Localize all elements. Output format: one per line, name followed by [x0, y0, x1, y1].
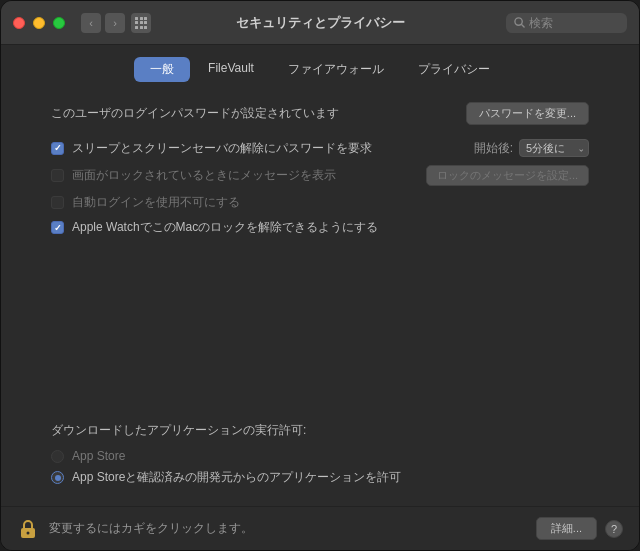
option-auto-login: 自動ログインを使用不可にする — [51, 194, 589, 211]
statusbar: 変更するにはカギをクリックします。 詳細... ? — [1, 506, 639, 550]
checkbox-auto-login[interactable] — [51, 196, 64, 209]
download-section: ダウンロードしたアプリケーションの実行許可: App Store App Sto… — [41, 422, 599, 492]
label-appstore-only: App Store — [72, 449, 125, 463]
svg-point-3 — [27, 531, 30, 534]
nav-buttons: ‹ › — [81, 13, 125, 33]
after-label: 開始後: — [474, 140, 513, 157]
set-lock-message-button[interactable]: ロックのメッセージを設定... — [426, 165, 589, 186]
radio-app-store-only: App Store — [51, 449, 589, 463]
lock-message-controls: ロックのメッセージを設定... — [426, 165, 589, 186]
radio-appstore-devs[interactable] — [51, 471, 64, 484]
svg-point-0 — [515, 18, 522, 25]
tab-firewall[interactable]: ファイアウォール — [272, 57, 400, 82]
login-password-section: このユーザのログインパスワードが設定されています パスワードを変更... — [41, 102, 599, 125]
label-auto-login: 自動ログインを使用不可にする — [72, 194, 240, 211]
grid-icon — [135, 17, 147, 29]
svg-line-1 — [522, 25, 524, 27]
search-icon — [514, 17, 525, 28]
detail-button[interactable]: 詳細... — [536, 517, 597, 540]
download-title: ダウンロードしたアプリケーションの実行許可: — [51, 422, 589, 439]
help-button[interactable]: ? — [605, 520, 623, 538]
minimize-button[interactable] — [33, 17, 45, 29]
label-apple-watch: Apple WatchでこのMacのロックを解除できるようにする — [72, 219, 378, 236]
select-wrapper[interactable]: 5分後に すぐに 1分後に 2分後に 15分後に — [519, 139, 589, 157]
titlebar: ‹ › セキュリティとプライバシー — [1, 1, 639, 45]
search-input[interactable] — [529, 16, 619, 30]
divider — [41, 236, 599, 422]
label-lock-message: 画面がロックされているときにメッセージを表示 — [72, 167, 336, 184]
login-password-label: このユーザのログインパスワードが設定されています — [51, 105, 339, 122]
sleep-time-select[interactable]: 5分後に すぐに 1分後に 2分後に 15分後に — [519, 139, 589, 157]
checkbox-lock-message[interactable] — [51, 169, 64, 182]
option-apple-watch: Apple WatchでこのMacのロックを解除できるようにする — [51, 219, 589, 236]
tabs-bar: 一般 FileVault ファイアウォール プライバシー — [1, 45, 639, 92]
close-button[interactable] — [13, 17, 25, 29]
content-area: このユーザのログインパスワードが設定されています パスワードを変更... スリー… — [1, 92, 639, 506]
label-sleep-screensaver: スリープとスクリーンセーバの解除にパスワードを要求 — [72, 140, 372, 157]
forward-button[interactable]: › — [105, 13, 125, 33]
tab-privacy[interactable]: プライバシー — [402, 57, 506, 82]
lock-icon[interactable] — [17, 518, 39, 540]
tab-filevault[interactable]: FileVault — [192, 57, 270, 82]
tab-general[interactable]: 一般 — [134, 57, 190, 82]
radio-appstore-only[interactable] — [51, 450, 64, 463]
maximize-button[interactable] — [53, 17, 65, 29]
checkbox-apple-watch[interactable] — [51, 221, 64, 234]
back-button[interactable]: ‹ — [81, 13, 101, 33]
traffic-lights — [13, 17, 65, 29]
checkbox-sleep-screensaver[interactable] — [51, 142, 64, 155]
main-window: ‹ › セキュリティとプライバシー 一般 FileVault ファイアウォール … — [0, 0, 640, 551]
option-sleep-screensaver: スリープとスクリーンセーバの解除にパスワードを要求 開始後: 5分後に すぐに … — [51, 139, 589, 157]
window-title: セキュリティとプライバシー — [236, 14, 405, 32]
status-text: 変更するにはカギをクリックします。 — [49, 520, 536, 537]
change-password-button[interactable]: パスワードを変更... — [466, 102, 589, 125]
radio-app-store-devs: App Storeと確認済みの開発元からのアプリケーションを許可 — [51, 469, 589, 486]
option-lock-message: 画面がロックされているときにメッセージを表示 ロックのメッセージを設定... — [51, 165, 589, 186]
label-appstore-devs: App Storeと確認済みの開発元からのアプリケーションを許可 — [72, 469, 401, 486]
sleep-inline-controls: 開始後: 5分後に すぐに 1分後に 2分後に 15分後に — [474, 139, 589, 157]
grid-button[interactable] — [131, 13, 151, 33]
options-section: スリープとスクリーンセーバの解除にパスワードを要求 開始後: 5分後に すぐに … — [41, 139, 599, 236]
search-box[interactable] — [506, 13, 627, 33]
